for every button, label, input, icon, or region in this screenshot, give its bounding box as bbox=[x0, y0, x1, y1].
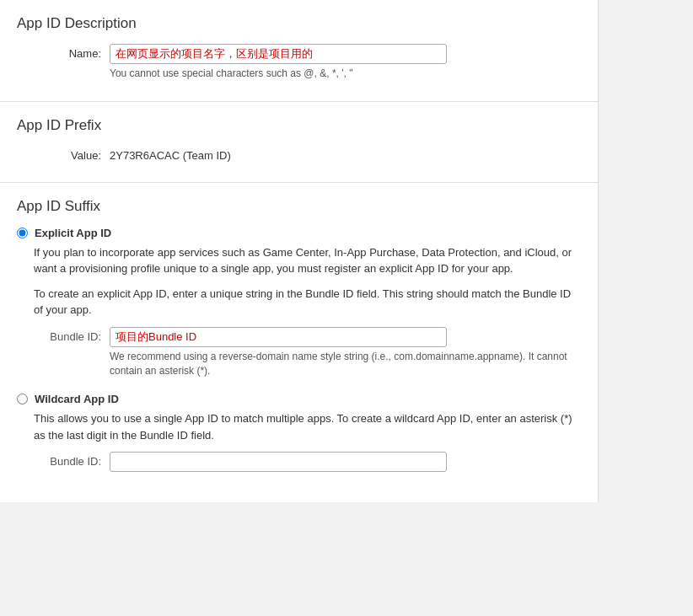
wildcard-radio[interactable] bbox=[17, 394, 28, 404]
wildcard-bundle-content bbox=[110, 452, 581, 472]
name-label: Name: bbox=[17, 44, 110, 60]
app-id-description-title: App ID Description bbox=[17, 15, 581, 32]
explicit-desc2: To create an explicit App ID, enter a un… bbox=[34, 286, 581, 319]
explicit-label: Explicit App ID bbox=[35, 227, 111, 239]
wildcard-bundle-label: Bundle ID: bbox=[34, 452, 110, 468]
wildcard-label: Wildcard App ID bbox=[35, 393, 119, 405]
wildcard-app-id-option: Wildcard App ID This allows you to use a… bbox=[17, 393, 581, 472]
wildcard-bundle-input[interactable] bbox=[110, 452, 447, 472]
prefix-value-row: Value: 2Y73R6ACAC (Team ID) bbox=[17, 146, 581, 162]
prefix-value-label: Value: bbox=[17, 146, 110, 162]
sidebar bbox=[599, 0, 693, 502]
app-id-prefix-section: App ID Prefix Value: 2Y73R6ACAC (Team ID… bbox=[0, 102, 598, 183]
explicit-radio[interactable] bbox=[17, 228, 28, 238]
name-input[interactable] bbox=[110, 44, 447, 64]
app-id-suffix-section: App ID Suffix Explicit App ID If you pla… bbox=[0, 183, 598, 503]
wildcard-radio-row: Wildcard App ID bbox=[17, 393, 581, 405]
explicit-desc1: If you plan to incorporate app services … bbox=[34, 244, 581, 277]
wildcard-desc: This allows you to use a single App ID t… bbox=[34, 410, 581, 443]
app-id-suffix-title: App ID Suffix bbox=[17, 198, 581, 215]
prefix-value: 2Y73R6ACAC (Team ID) bbox=[110, 146, 231, 162]
name-hint: You cannot use special characters such a… bbox=[110, 67, 581, 81]
wildcard-bundle-id-row: Bundle ID: bbox=[34, 452, 581, 472]
explicit-bundle-hint: We recommend using a reverse-domain name… bbox=[110, 350, 581, 378]
explicit-bundle-label: Bundle ID: bbox=[34, 327, 110, 343]
explicit-bundle-content: We recommend using a reverse-domain name… bbox=[110, 327, 581, 378]
name-field-row: Name: You cannot use special characters … bbox=[17, 44, 581, 81]
name-field-content: You cannot use special characters such a… bbox=[110, 44, 581, 81]
explicit-radio-row: Explicit App ID bbox=[17, 227, 581, 239]
explicit-bundle-input[interactable] bbox=[110, 327, 447, 347]
explicit-bundle-id-row: Bundle ID: We recommend using a reverse-… bbox=[34, 327, 581, 378]
explicit-app-id-option: Explicit App ID If you plan to incorpora… bbox=[17, 227, 581, 378]
app-id-description-section: App ID Description Name: You cannot use … bbox=[0, 0, 598, 102]
app-id-prefix-title: App ID Prefix bbox=[17, 117, 581, 134]
